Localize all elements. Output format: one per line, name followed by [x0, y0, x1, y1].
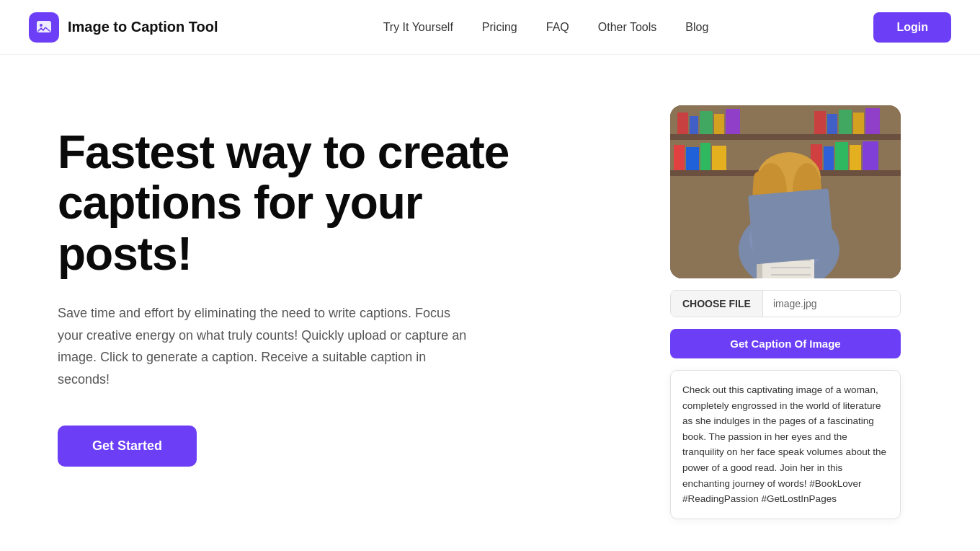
svg-rect-20: [824, 146, 834, 170]
svg-rect-16: [686, 147, 699, 170]
svg-rect-5: [677, 113, 688, 134]
choose-file-button[interactable]: CHOOSE FILE: [671, 291, 763, 317]
hero-heading: Fastest way to create captions for your …: [58, 127, 562, 279]
login-button[interactable]: Login: [873, 12, 951, 43]
svg-rect-9: [726, 109, 740, 134]
nav-blog[interactable]: Blog: [685, 21, 708, 33]
hero-left: Fastest way to create captions for your …: [58, 98, 562, 467]
svg-point-1: [40, 24, 43, 27]
svg-rect-7: [700, 111, 713, 134]
nav-other-tools[interactable]: Other Tools: [598, 21, 657, 33]
site-title: Image to Caption Tool: [68, 19, 218, 35]
nav-faq[interactable]: FAQ: [546, 21, 569, 33]
nav-pricing[interactable]: Pricing: [482, 21, 517, 33]
file-picker-row: CHOOSE FILE image.jpg: [670, 290, 901, 317]
svg-point-31: [775, 200, 782, 206]
hero-section: Fastest way to create captions for your …: [0, 55, 980, 551]
svg-rect-26: [782, 210, 796, 232]
svg-rect-3: [670, 134, 901, 140]
hero-heading-line1: Fastest way to create: [58, 126, 509, 178]
svg-rect-33: [757, 246, 814, 278]
nav-try-yourself[interactable]: Try It Yourself: [383, 21, 453, 33]
svg-rect-34: [757, 246, 762, 278]
logo-icon: [29, 12, 59, 43]
svg-rect-13: [853, 113, 864, 134]
svg-rect-23: [863, 141, 878, 170]
svg-rect-17: [700, 143, 710, 170]
demo-image-visual: [670, 105, 901, 278]
navbar: Image to Caption Tool Try It Yourself Pr…: [0, 0, 980, 55]
svg-rect-8: [714, 114, 724, 134]
hero-right: CHOOSE FILE image.jpg Get Caption Of Ima…: [634, 98, 937, 519]
svg-rect-22: [850, 145, 861, 170]
svg-rect-21: [835, 142, 848, 170]
get-started-button[interactable]: Get Started: [58, 426, 197, 467]
svg-point-32: [796, 200, 803, 206]
svg-rect-15: [674, 145, 685, 170]
svg-rect-11: [827, 114, 837, 134]
svg-rect-10: [814, 111, 826, 134]
hero-subtext: Save time and effort by eliminating the …: [58, 302, 476, 390]
caption-output: Check out this captivating image of a wo…: [670, 370, 901, 519]
svg-rect-6: [690, 116, 698, 134]
logo-link[interactable]: Image to Caption Tool: [29, 12, 218, 43]
demo-image: [670, 105, 901, 278]
svg-rect-18: [712, 146, 726, 170]
svg-rect-12: [839, 110, 852, 134]
hero-heading-line2: captions for your posts!: [58, 177, 422, 279]
caption-text: Check out this captivating image of a wo…: [682, 382, 888, 507]
svg-rect-14: [865, 108, 880, 134]
file-name-display: image.jpg: [763, 291, 900, 317]
nav-links: Try It Yourself Pricing FAQ Other Tools …: [383, 21, 709, 34]
get-caption-button[interactable]: Get Caption Of Image: [670, 329, 901, 358]
svg-point-30: [793, 163, 821, 218]
